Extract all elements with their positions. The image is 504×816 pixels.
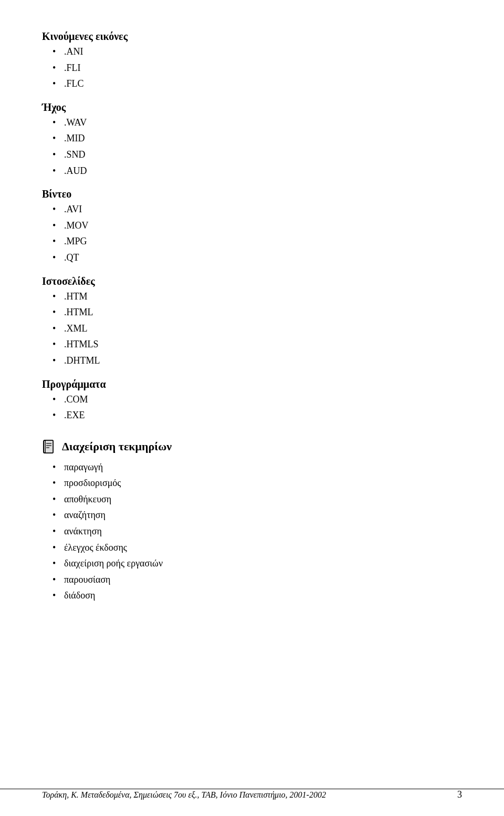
list-item: .MOV: [52, 218, 462, 234]
section-label-video: Βίντεο: [42, 188, 462, 200]
list-item: ανάκτηση: [52, 523, 462, 540]
list-item: .WAV: [52, 115, 462, 131]
list-item: .ANI: [52, 44, 462, 60]
page-number: 3: [457, 789, 462, 800]
list-item: .EXE: [52, 407, 462, 424]
icon-section-heading: Διαχείριση τεκμηρίων: [62, 440, 172, 453]
list-item: αναζήτηση: [52, 507, 462, 523]
list-item: διάδοση: [52, 587, 462, 604]
section-label-moving-images: Κινούμενες εικόνες: [42, 30, 462, 43]
list-item: .MID: [52, 130, 462, 147]
section-moving-images: Κινούμενες εικόνες .ANI .FLI .FLC: [42, 30, 462, 92]
list-item: προσδιορισμός: [52, 475, 462, 491]
list-item: .SND: [52, 147, 462, 163]
icon-section-header: Διαχείριση τεκμηρίων: [42, 439, 462, 454]
list-item: .FLI: [52, 60, 462, 76]
section-label-sound: Ήχος: [42, 101, 462, 113]
list-item: .HTM: [52, 288, 462, 305]
list-item: .MPG: [52, 233, 462, 250]
section-label-websites: Ιστοσελίδες: [42, 275, 462, 287]
list-item: παρουσίαση: [52, 572, 462, 588]
section-programs: Προγράμματα .COM .EXE: [42, 378, 462, 424]
section-video: Βίντεο .AVI .MOV .MPG .QT: [42, 188, 462, 265]
list-item: διαχείριση ροής εργασιών: [52, 555, 462, 572]
book-icon: [42, 439, 57, 454]
list-item: .HTML: [52, 304, 462, 321]
list-item: .XML: [52, 321, 462, 337]
list-websites: .HTM .HTML .XML .HTMLS .DHTML: [42, 288, 462, 369]
list-item: .HTMLS: [52, 336, 462, 353]
list-document-management: παραγωγή προσδιορισμός αποθήκευση αναζήτ…: [42, 459, 462, 604]
footer: Τοράκη, Κ. Μεταδεδομένα, Σημειώσεις 7ου …: [0, 789, 504, 800]
section-label-programs: Προγράμματα: [42, 378, 462, 390]
list-sound: .WAV .MID .SND .AUD: [42, 115, 462, 179]
list-item: παραγωγή: [52, 459, 462, 476]
list-moving-images: .ANI .FLI .FLC: [42, 44, 462, 92]
list-video: .AVI .MOV .MPG .QT: [42, 201, 462, 265]
list-item: .AVI: [52, 201, 462, 218]
list-item: έλεγχος έκδοσης: [52, 540, 462, 556]
list-item: .QT: [52, 250, 462, 266]
section-sound: Ήχος .WAV .MID .SND .AUD: [42, 101, 462, 179]
list-item: .AUD: [52, 163, 462, 179]
section-websites: Ιστοσελίδες .HTM .HTML .XML .HTMLS .DHTM…: [42, 275, 462, 369]
list-item: .COM: [52, 391, 462, 408]
footer-text: Τοράκη, Κ. Μεταδεδομένα, Σημειώσεις 7ου …: [42, 790, 326, 800]
page-content: Κινούμενες εικόνες .ANI .FLI .FLC Ήχος .…: [0, 0, 504, 654]
list-item: .DHTML: [52, 353, 462, 369]
list-item: αποθήκευση: [52, 491, 462, 508]
list-item: .FLC: [52, 76, 462, 92]
svg-rect-1: [45, 440, 53, 453]
list-programs: .COM .EXE: [42, 391, 462, 424]
